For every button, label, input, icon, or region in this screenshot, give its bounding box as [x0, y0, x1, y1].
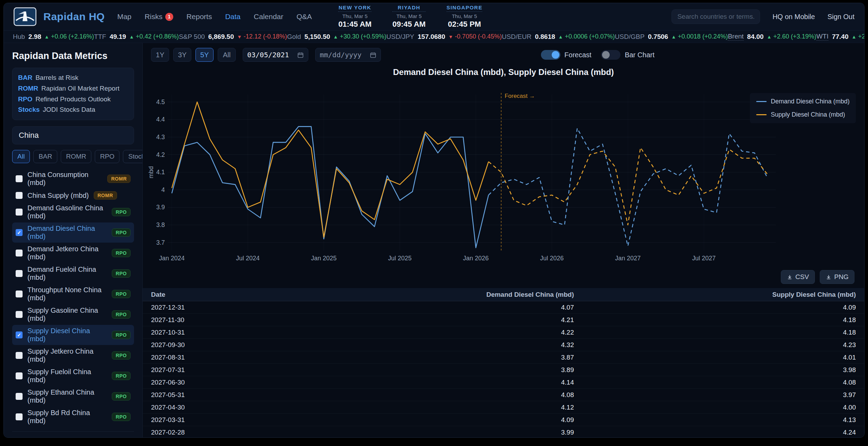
y-tick-label: 4.5	[156, 99, 165, 106]
y-tick-label: 4.2	[156, 151, 165, 158]
nav-item-risks[interactable]: Risks1	[145, 12, 173, 21]
checkbox-icon[interactable]	[16, 311, 23, 318]
checkbox-icon[interactable]	[16, 372, 23, 379]
metric-row-supply-gasoline-china-mbd[interactable]: Supply Gasoline China (mbd)RPO	[12, 304, 134, 325]
range-button-3y[interactable]: 3Y	[173, 48, 191, 62]
view-toggles: ForecastBar Chart	[541, 50, 654, 60]
sidebar: Rapidan Data Metrics BARBarrels at RiskR…	[4, 43, 143, 437]
table-row: 2027-09-304.324.23	[143, 339, 864, 351]
checkbox-icon[interactable]	[16, 175, 23, 182]
calendar-icon[interactable]	[297, 52, 304, 58]
up-arrow-icon: ▲	[767, 34, 771, 40]
metric-row-throughput-none-china-mbd[interactable]: Throughput None China (mbd)RPO	[12, 284, 134, 304]
badge-rpo: RPO	[112, 392, 131, 401]
start-date-field[interactable]	[243, 48, 308, 62]
metric-label: Supply Gasoline China (mbd)	[27, 306, 107, 322]
y-axis-label: mbd	[148, 166, 155, 178]
metric-search-input[interactable]	[12, 126, 134, 144]
ticker-item-usd-gbp: USD/GBP0.7506▲+0.0018 (+0.24%)	[615, 33, 728, 41]
filter-tab-stocks[interactable]: Stocks	[123, 150, 143, 163]
column-header-supply-diesel-china-mbd: Supply Diesel China (mbd)	[574, 291, 856, 298]
start-date-input[interactable]	[247, 51, 293, 59]
checkbox-icon[interactable]: ✓	[16, 331, 23, 338]
checkbox-icon[interactable]	[16, 209, 23, 216]
toggle-switch-icon[interactable]	[541, 50, 560, 60]
clock-new-york: NEW YORKThu, Mar 501:45 AM	[338, 5, 372, 29]
metric-row-supply-diesel-china-mbd[interactable]: ✓Supply Diesel China (mbd)RPO	[12, 325, 134, 345]
toggle-switch-icon[interactable]	[601, 50, 620, 60]
filter-tab-rpo[interactable]: RPO	[95, 150, 119, 163]
metric-row-china-supply-mbd[interactable]: China Supply (mbd)ROMR	[12, 189, 134, 202]
metric-label: China Supply (mbd)	[27, 192, 89, 200]
metric-row-supply-fueloil-china-mbd[interactable]: Supply Fueloil China (mbd)RPO	[12, 366, 134, 386]
ticker-label[interactable]: WTI	[816, 33, 828, 41]
row-value: 4.08	[574, 379, 856, 386]
filter-tab-romr[interactable]: ROMR	[61, 150, 91, 163]
table-header: DateDemand Diesel China (mbd)Supply Dies…	[143, 288, 864, 301]
row-date: 2027-08-31	[151, 354, 334, 361]
range-button-5y[interactable]: 5Y	[195, 48, 214, 62]
metric-row-supply-bd-rd-china-mbd[interactable]: Supply Bd Rd China (mbd)RPO	[12, 407, 134, 427]
clock-singapore: SINGAPOREThu, Mar 502:45 PM	[446, 5, 483, 29]
calendar-icon[interactable]	[370, 52, 376, 58]
nav-item-q-a[interactable]: Q&A	[297, 12, 312, 21]
metric-row-demand-fueloil-china-mbd[interactable]: Demand Fueloil China (mbd)RPO	[12, 263, 134, 284]
legend-item-demand-diesel-china-mbd[interactable]: Demand Diesel China (mbd)	[756, 98, 850, 105]
x-tick-label: Jan 2025	[311, 255, 337, 262]
ticker-change: ▲+0.0018 (+0.24%)	[671, 33, 728, 40]
y-tick-label: 3.9	[156, 204, 165, 211]
metric-row-china-consumption-mbd[interactable]: China Consumption (mbd)ROMR	[12, 169, 134, 189]
ticker-label: Gold	[287, 33, 301, 41]
body-row: Rapidan Data Metrics BARBarrels at RiskR…	[4, 43, 864, 437]
brand-title: Rapidan HQ	[43, 11, 105, 23]
checkbox-icon[interactable]	[16, 393, 23, 400]
toggle-forecast[interactable]: Forecast	[541, 50, 592, 60]
x-tick-label: Jan 2027	[615, 255, 641, 262]
brand[interactable]: Rapidan HQ	[14, 7, 105, 26]
ticker-label[interactable]: Brent	[728, 33, 743, 41]
metric-row-supply-jetkero-china-mbd[interactable]: Supply Jetkero China (mbd)RPO	[12, 345, 134, 365]
legend-item-supply-diesel-china-mbd[interactable]: Supply Diesel China (mbd)	[756, 111, 850, 118]
key-romr: ROMRRapidan Oil Market Report	[18, 83, 128, 94]
range-button-1y[interactable]: 1Y	[151, 48, 169, 62]
filter-tab-bar[interactable]: BAR	[33, 150, 57, 163]
metric-row-supply-ethanol-china-mbd[interactable]: Supply Ethanol China (mbd)RPO	[12, 386, 134, 406]
download-png-button[interactable]: PNG	[820, 270, 854, 284]
end-date-field[interactable]	[315, 48, 381, 62]
checkbox-icon[interactable]	[16, 291, 23, 297]
sign-out-link[interactable]: Sign Out	[827, 13, 854, 21]
hq-on-mobile-link[interactable]: HQ on Mobile	[773, 13, 815, 21]
metric-row-demand-diesel-china-mbd[interactable]: ✓Demand Diesel China (mbd)RPO	[12, 222, 134, 243]
metric-label: Demand Diesel China (mbd)	[27, 225, 107, 241]
series-line-demand-diesel-china-mbd	[172, 127, 489, 248]
clock-date: Thu, Mar 5	[446, 13, 483, 19]
global-search-input[interactable]	[677, 13, 754, 20]
clock-date: Thu, Mar 5	[338, 13, 372, 19]
nav-item-calendar[interactable]: Calendar	[254, 12, 283, 21]
row-date: 2027-12-31	[151, 304, 334, 311]
table-row: 2027-02-283.994.24	[143, 426, 864, 438]
range-button-all[interactable]: All	[218, 48, 236, 62]
download-icon	[826, 274, 832, 280]
ticker-item-gold: Gold5,150.50▲+30.30 (+0.59%)	[287, 33, 386, 41]
nav-item-reports[interactable]: Reports	[186, 12, 212, 21]
nav-item-data[interactable]: Data	[225, 12, 240, 21]
end-date-input[interactable]	[320, 51, 366, 59]
metric-row-demand-gasoline-china-mbd[interactable]: Demand Gasoline China (mbd)RPO	[12, 202, 134, 222]
checkbox-icon[interactable]	[16, 413, 23, 420]
checkbox-icon[interactable]	[16, 270, 23, 277]
clock-riyadh: RIYADHThu, Mar 509:45 AM	[392, 5, 426, 29]
row-value: 4.32	[334, 341, 574, 349]
global-search[interactable]	[671, 9, 760, 24]
checkbox-icon[interactable]	[16, 250, 23, 256]
toggle-bar-chart[interactable]: Bar Chart	[601, 50, 654, 60]
badge-rpo: RPO	[112, 310, 131, 319]
checkbox-icon[interactable]: ✓	[16, 229, 23, 236]
filter-tab-all[interactable]: All	[12, 150, 30, 163]
y-tick-label: 4	[161, 186, 165, 193]
nav-item-map[interactable]: Map	[117, 12, 132, 21]
checkbox-icon[interactable]	[16, 352, 23, 359]
download-csv-button[interactable]: CSV	[781, 270, 815, 284]
metric-row-demand-jetkero-china-mbd[interactable]: Demand Jetkero China (mbd)RPO	[12, 243, 134, 263]
checkbox-icon[interactable]	[16, 192, 23, 199]
